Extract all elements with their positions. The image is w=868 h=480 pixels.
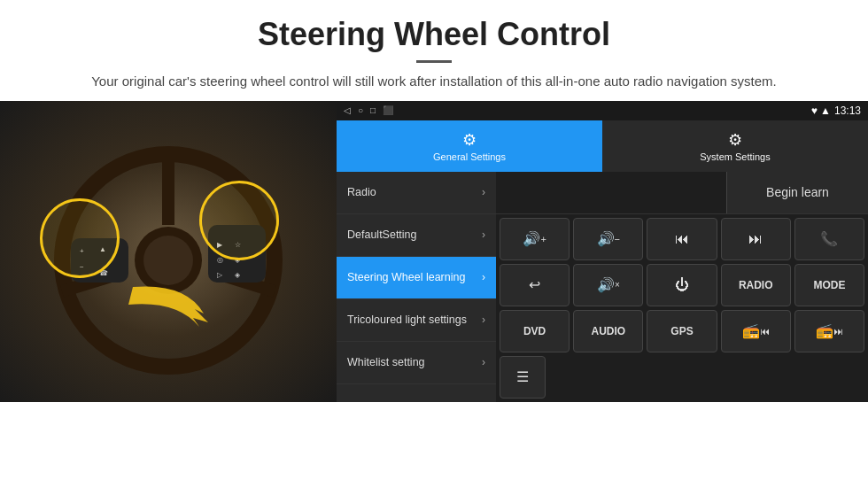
- mode-button[interactable]: MODE: [794, 264, 864, 306]
- page-title: Steering Wheel Control: [35, 16, 833, 53]
- ctrl-row-4: ☰: [500, 356, 864, 399]
- dvd-button[interactable]: DVD: [500, 310, 570, 352]
- vol-down-icon: 🔊: [597, 230, 615, 247]
- power-button[interactable]: ⏻: [647, 264, 717, 306]
- radio-prev-button[interactable]: 📻⏮: [721, 310, 791, 352]
- audio-button[interactable]: AUDIO: [573, 310, 643, 352]
- tab-system-label: System Settings: [700, 151, 770, 162]
- car-image-area: + − ▲ ☎ ▶ ☆ ◎ ◈ ▷ ◈: [0, 101, 337, 402]
- system-settings-icon: ⚙: [728, 130, 742, 150]
- ctrl-row-3: DVD AUDIO GPS 📻⏮ 📻⏭: [500, 310, 864, 352]
- vol-up-button[interactable]: 🔊+: [500, 218, 570, 260]
- menu-item-tricolour[interactable]: Tricoloured light settings ›: [337, 299, 496, 342]
- status-bar: ◁ ○ □ ⬛ ♥ ▲ 13:13: [337, 101, 868, 120]
- menu-item-whitelist[interactable]: Whitelist setting ›: [337, 342, 496, 384]
- app-nav-icon[interactable]: ⬛: [383, 105, 393, 115]
- tab-general-label: General Settings: [433, 151, 506, 162]
- status-bar-right: ♥ ▲ 13:13: [811, 105, 861, 117]
- back-button[interactable]: ↩: [500, 264, 570, 306]
- audio-label: AUDIO: [591, 325, 625, 337]
- menu-list-button[interactable]: ☰: [500, 356, 546, 399]
- menu-item-radio[interactable]: Radio ›: [337, 172, 496, 214]
- mute-icon: 🔊: [597, 276, 615, 293]
- power-icon: ⏻: [675, 277, 689, 293]
- chevron-icon: ›: [482, 356, 485, 368]
- begin-learn-button[interactable]: Begin learn: [726, 172, 868, 213]
- menu-item-default[interactable]: DefaultSetting ›: [337, 214, 496, 257]
- radio-prev-icon: 📻: [742, 322, 760, 339]
- chevron-icon: ›: [482, 228, 485, 241]
- radio-text-label: RADIO: [739, 279, 773, 291]
- menu-item-steering[interactable]: Steering Wheel learning ›: [337, 257, 496, 299]
- svg-text:◈: ◈: [235, 271, 241, 279]
- general-settings-icon: ⚙: [462, 130, 477, 150]
- next-track-icon: ⏭: [748, 231, 763, 247]
- tab-bar: ⚙ General Settings ⚙ System Settings: [337, 120, 868, 172]
- controls-grid: 🔊+ 🔊− ⏮ ⏭ 📞: [496, 214, 868, 402]
- back-icon: ↩: [529, 276, 540, 293]
- menu-controls: Radio › DefaultSetting › Steering Wheel …: [337, 172, 868, 402]
- begin-learn-row: Begin learn: [496, 172, 868, 214]
- subtitle: Your original car's steering wheel contr…: [35, 72, 833, 92]
- back-nav-icon[interactable]: ◁: [344, 105, 351, 115]
- chevron-icon: ›: [482, 314, 485, 326]
- radio-text-button[interactable]: RADIO: [721, 264, 791, 306]
- top-section: Steering Wheel Control Your original car…: [0, 0, 868, 101]
- gps-label: GPS: [670, 325, 693, 337]
- controls-panel: Begin learn 🔊+ 🔊− ⏮: [496, 172, 868, 402]
- menu-list-icon: ☰: [516, 368, 529, 385]
- arrow-overlay: [115, 278, 221, 349]
- prev-track-button[interactable]: ⏮: [647, 218, 717, 260]
- dvd-label: DVD: [523, 325, 546, 337]
- mode-label: MODE: [813, 279, 845, 291]
- yellow-circle-right: [199, 181, 279, 260]
- vol-up-icon: 🔊: [523, 230, 540, 247]
- content-row: + − ▲ ☎ ▶ ☆ ◎ ◈ ▷ ◈ ◁ ○ □ ⬛: [0, 101, 868, 402]
- ctrl-row-2: ↩ 🔊× ⏻ RADIO MODE: [500, 264, 864, 306]
- status-bar-left: ◁ ○ □ ⬛: [344, 105, 393, 115]
- left-menu: Radio › DefaultSetting › Steering Wheel …: [337, 172, 496, 402]
- gps-button[interactable]: GPS: [647, 310, 717, 352]
- recent-nav-icon[interactable]: □: [370, 105, 376, 115]
- yellow-circle-left: [40, 198, 120, 278]
- time-display: 13:13: [834, 105, 861, 117]
- ctrl-row-4-empty: [549, 356, 864, 399]
- radio-next-icon: 📻: [816, 322, 833, 339]
- ctrl-row-1: 🔊+ 🔊− ⏮ ⏭ 📞: [500, 218, 864, 260]
- phone-button[interactable]: 📞: [794, 218, 864, 260]
- phone-icon: 📞: [820, 230, 838, 247]
- begin-learn-empty: [496, 172, 726, 213]
- next-track-button[interactable]: ⏭: [721, 218, 791, 260]
- tab-system[interactable]: ⚙ System Settings: [602, 120, 868, 172]
- chevron-icon: ›: [482, 186, 485, 198]
- home-nav-icon[interactable]: ○: [358, 105, 363, 115]
- android-ui: ◁ ○ □ ⬛ ♥ ▲ 13:13 ⚙ General Settings ⚙ S…: [337, 101, 868, 402]
- prev-track-icon: ⏮: [675, 231, 689, 247]
- mute-button[interactable]: 🔊×: [573, 264, 643, 306]
- tab-general[interactable]: ⚙ General Settings: [337, 120, 602, 172]
- signal-icon: ♥ ▲: [811, 105, 831, 117]
- title-divider: [416, 60, 452, 63]
- radio-next-button[interactable]: 📻⏭: [794, 310, 864, 352]
- chevron-icon: ›: [482, 271, 485, 283]
- vol-down-button[interactable]: 🔊−: [573, 218, 643, 260]
